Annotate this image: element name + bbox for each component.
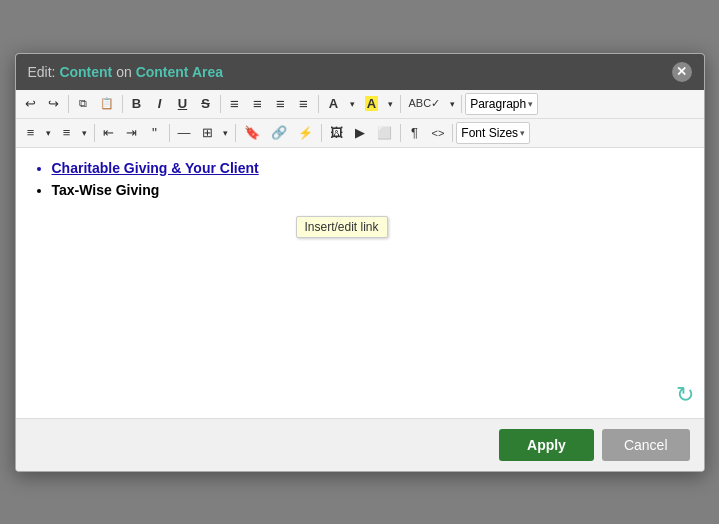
spellcheck-group: ABC✓ ▾ xyxy=(404,93,459,115)
edit-modal: Edit: Content on Content Area ✕ ↩ ↪ ⧉ 📋 … xyxy=(15,53,705,472)
font-color-button[interactable]: A xyxy=(322,93,346,115)
text-format-group: B I U S xyxy=(126,93,217,115)
show-blocks-button[interactable]: ¶ xyxy=(404,122,426,144)
list-group: ≡ ▾ ≡ ▾ xyxy=(20,122,91,144)
modal-title: Edit: Content on Content Area xyxy=(28,64,224,80)
separator-1 xyxy=(68,95,69,113)
paragraph-dropdown-arrow: ▾ xyxy=(528,99,533,109)
list-dropdown-button[interactable]: ▾ xyxy=(43,122,55,144)
close-button[interactable]: ✕ xyxy=(672,62,692,82)
blockquote-button[interactable]: " xyxy=(144,122,166,144)
separator-10 xyxy=(321,124,322,142)
font-sizes-dropdown-arrow: ▾ xyxy=(520,128,525,138)
redo-button[interactable]: ↪ xyxy=(43,93,65,115)
color-group: A ▾ A ▾ xyxy=(322,93,397,115)
image-button[interactable]: 🖼 xyxy=(325,122,348,144)
undo-redo-group: ↩ ↪ xyxy=(20,93,65,115)
separator-2 xyxy=(122,95,123,113)
separator-6 xyxy=(461,95,462,113)
refresh-button[interactable]: ↻ xyxy=(676,382,694,408)
separator-4 xyxy=(318,95,319,113)
separator-7 xyxy=(94,124,95,142)
separator-3 xyxy=(220,95,221,113)
separator-5 xyxy=(400,95,401,113)
copy-paste-group: ⧉ 📋 xyxy=(72,93,119,115)
strikethrough-button[interactable]: S xyxy=(195,93,217,115)
apply-button[interactable]: Apply xyxy=(499,429,594,461)
bold-button[interactable]: B xyxy=(126,93,148,115)
bg-color-dropdown-button[interactable]: ▾ xyxy=(385,93,397,115)
table-button[interactable]: ⊞ xyxy=(197,122,219,144)
hr-button[interactable]: — xyxy=(173,122,196,144)
media-button[interactable]: ▶ xyxy=(349,122,371,144)
table-dropdown-button[interactable]: ▾ xyxy=(220,122,232,144)
source-group: ¶ <> xyxy=(404,122,450,144)
spellcheck-dropdown-button[interactable]: ▾ xyxy=(446,93,458,115)
cancel-button[interactable]: Cancel xyxy=(602,429,690,461)
font-sizes-dropdown[interactable]: Font Sizes ▾ xyxy=(456,122,530,144)
copy-button[interactable]: ⧉ xyxy=(72,93,94,115)
spellcheck-button[interactable]: ABC✓ xyxy=(404,93,446,115)
underline-button[interactable]: U xyxy=(172,93,194,115)
align-right-button[interactable]: ≡ xyxy=(270,93,292,115)
insert-group: — ⊞ ▾ xyxy=(173,122,232,144)
unlink-button[interactable]: ⚡ xyxy=(293,122,318,144)
toolbar-row-1: ↩ ↪ ⧉ 📋 B I U S ≡ ≡ ≡ ≡ xyxy=(16,90,704,119)
paragraph-dropdown[interactable]: Paragraph ▾ xyxy=(465,93,538,115)
align-group: ≡ ≡ ≡ ≡ xyxy=(224,93,315,115)
bookmark-button[interactable]: 🔖 xyxy=(239,122,265,144)
unordered-list-button[interactable]: ≡ xyxy=(20,122,42,144)
paste-button[interactable]: 📋 xyxy=(95,93,119,115)
color-dropdown-button[interactable]: ▾ xyxy=(347,93,359,115)
ordered-list-dropdown-button[interactable]: ▾ xyxy=(79,122,91,144)
align-left-button[interactable]: ≡ xyxy=(224,93,246,115)
toolbar: ↩ ↪ ⧉ 📋 B I U S ≡ ≡ ≡ ≡ xyxy=(16,90,704,148)
modal-header: Edit: Content on Content Area ✕ xyxy=(16,54,704,90)
insert-edit-link-tooltip: Insert/edit link xyxy=(296,216,388,238)
italic-button[interactable]: I xyxy=(149,93,171,115)
list-item-1: Charitable Giving & Your Client xyxy=(52,160,688,176)
source-button[interactable]: <> xyxy=(427,122,450,144)
undo-button[interactable]: ↩ xyxy=(20,93,42,115)
indent-group: ⇤ ⇥ " xyxy=(98,122,166,144)
media-group: 🖼 ▶ ⬜ xyxy=(325,122,397,144)
editor-content: Charitable Giving & Your Client Tax-Wise… xyxy=(32,160,688,198)
align-justify-button[interactable]: ≡ xyxy=(293,93,315,115)
separator-12 xyxy=(452,124,453,142)
separator-9 xyxy=(235,124,236,142)
separator-8 xyxy=(169,124,170,142)
link-button[interactable]: 🔗 xyxy=(266,122,292,144)
list-item-2: Tax-Wise Giving xyxy=(52,182,688,198)
toolbar-row-2: ≡ ▾ ≡ ▾ ⇤ ⇥ " — ⊞ ▾ 🔖 🔗 ⚡ xyxy=(16,119,704,147)
ordered-list-button[interactable]: ≡ xyxy=(56,122,78,144)
outdent-button[interactable]: ⇤ xyxy=(98,122,120,144)
editor-area[interactable]: Charitable Giving & Your Client Tax-Wise… xyxy=(16,148,704,418)
separator-11 xyxy=(400,124,401,142)
align-center-button[interactable]: ≡ xyxy=(247,93,269,115)
bg-color-button[interactable]: A xyxy=(360,93,384,115)
indent-button[interactable]: ⇥ xyxy=(121,122,143,144)
modal-footer: Apply Cancel xyxy=(16,418,704,471)
link-group: 🔖 🔗 ⚡ xyxy=(239,122,318,144)
placeholder-button[interactable]: ⬜ xyxy=(372,122,397,144)
